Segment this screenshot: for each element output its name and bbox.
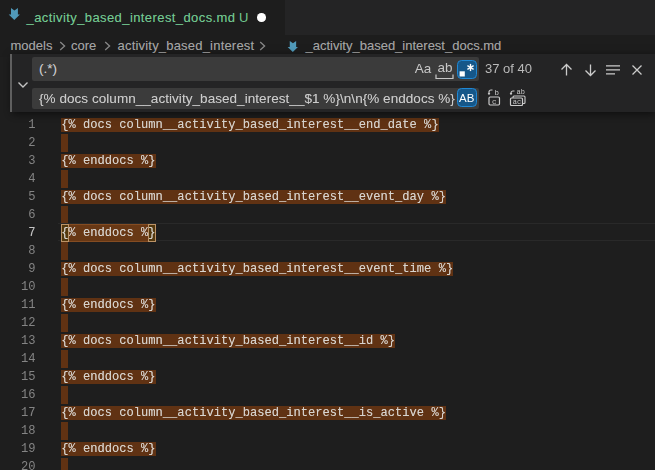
svg-text:ab: ab [517, 88, 525, 96]
svg-text:b: b [495, 89, 500, 97]
svg-text:ac: ac [513, 98, 521, 106]
svg-text:c: c [492, 98, 497, 106]
